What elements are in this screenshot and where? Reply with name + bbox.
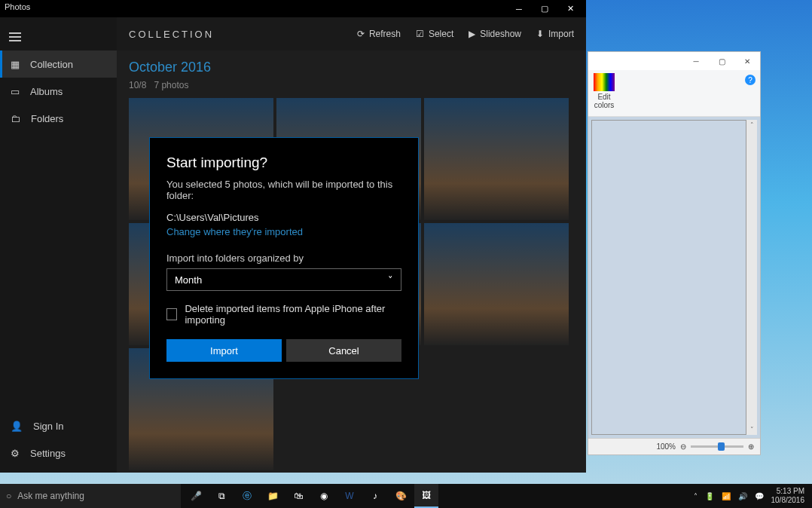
volume-icon[interactable]: 🔊 (738, 492, 747, 500)
delete-checkbox-row[interactable]: Delete imported items from Apple iPhone … (166, 303, 401, 326)
date-header[interactable]: October 2016 (129, 60, 574, 75)
clock-time: 5:13 PM (771, 487, 805, 496)
select-button[interactable]: ☑Select (416, 29, 453, 39)
refresh-label: Refresh (369, 29, 401, 39)
zoom-in-button[interactable]: ⊕ (748, 442, 754, 451)
paint-taskbar-icon[interactable]: 🎨 (389, 484, 413, 508)
import-confirm-button[interactable]: Import (166, 339, 282, 362)
close-button[interactable]: ✕ (557, 0, 583, 17)
paint-maximize-button[interactable]: ▢ (709, 52, 734, 70)
paint-canvas-area: ˄ ˅ (588, 117, 760, 438)
refresh-button[interactable]: ⟳Refresh (357, 29, 401, 39)
zoom-out-button[interactable]: ⊖ (680, 442, 686, 451)
toolbar: COLLECTION ⟳Refresh ☑Select ▶Slideshow ⬇… (117, 17, 586, 50)
scroll-up-icon[interactable]: ˄ (750, 121, 754, 129)
tray-up-icon[interactable]: ˄ (694, 492, 698, 500)
help-icon[interactable]: ? (745, 75, 756, 85)
photos-taskbar-icon[interactable]: 🖼 (414, 484, 438, 508)
paint-minimize-button[interactable]: ─ (683, 52, 709, 70)
select-label: Select (429, 29, 453, 39)
dialog-message: You selected 5 photos, which will be imp… (166, 179, 401, 201)
action-center-icon[interactable]: 💬 (755, 492, 764, 500)
paint-statusbar: 100% ⊖ ⊕ (588, 438, 760, 454)
word-icon[interactable]: W (337, 484, 362, 508)
delete-label: Delete imported items from Apple iPhone … (185, 303, 401, 326)
chrome-icon[interactable]: ◉ (312, 484, 336, 508)
search-placeholder: Ask me anything (17, 491, 84, 501)
paint-ribbon: Edit colors ? (588, 70, 760, 117)
zoom-slider[interactable] (691, 445, 743, 448)
sidebar-item-albums[interactable]: ▭ Albums (0, 78, 117, 105)
organize-select[interactable]: Month ˅ (166, 268, 401, 291)
sidebar-item-signin[interactable]: 👤 Sign In (0, 412, 117, 439)
date-count: 7 photos (154, 80, 188, 90)
albums-icon: ▭ (11, 86, 20, 97)
color-swatch-icon (594, 73, 615, 91)
paint-canvas[interactable] (591, 120, 746, 435)
dialog-title: Start importing? (166, 155, 401, 171)
taskbar-clock[interactable]: 5:13 PM 10/8/2016 (771, 487, 808, 505)
date-sub: 10/8 7 photos (129, 80, 574, 90)
wifi-icon[interactable]: 📶 (722, 492, 731, 500)
settings-icon: ⚙ (11, 448, 20, 459)
taskbar-search[interactable]: ○ Ask me anything (0, 484, 181, 508)
change-location-link[interactable]: Change where they're imported (166, 226, 401, 237)
sidebar: ▦ Collection ▭ Albums 🗀 Folders 👤 Sign I… (0, 17, 117, 473)
cancel-button[interactable]: Cancel (286, 339, 401, 362)
paint-close-button[interactable]: ✕ (734, 52, 760, 70)
import-dialog: Start importing? You selected 5 photos, … (149, 137, 419, 379)
signin-label: Sign In (33, 421, 63, 432)
photos-titlebar: Photos ─ ▢ ✕ (0, 0, 586, 17)
date-day: 10/8 (129, 80, 146, 90)
albums-label: Albums (30, 86, 63, 97)
slideshow-label: Slideshow (480, 29, 521, 39)
zoom-label: 100% (656, 442, 676, 451)
refresh-icon: ⟳ (357, 29, 365, 39)
scroll-down-icon[interactable]: ˅ (750, 426, 754, 433)
chevron-down-icon: ˅ (388, 274, 393, 286)
import-path: C:\Users\Val\Pictures (166, 212, 401, 223)
edit-colors-label: Edit colors (594, 93, 615, 109)
sidebar-item-settings[interactable]: ⚙ Settings (0, 439, 117, 467)
taskbar-icons: 🎤 ⧉ ⓔ 📁 🛍 ◉ W ♪ 🎨 🖼 (181, 484, 438, 508)
sidebar-item-folders[interactable]: 🗀 Folders (0, 105, 117, 132)
photo-thumbnail[interactable] (424, 98, 569, 220)
photos-window-title: Photos (5, 2, 30, 11)
store-icon[interactable]: 🛍 (286, 484, 310, 508)
delete-checkbox[interactable] (166, 308, 177, 320)
itunes-icon[interactable]: ♪ (363, 484, 387, 508)
paint-window: ─ ▢ ✕ Edit colors ? ˄ ˅ 100% ⊖ ⊕ (588, 51, 761, 455)
paint-titlebar: ─ ▢ ✕ (588, 52, 760, 70)
signin-icon: 👤 (11, 421, 23, 432)
folders-label: Folders (31, 113, 63, 124)
edge-icon[interactable]: ⓔ (235, 484, 259, 508)
photos-window: Photos ─ ▢ ✕ ▦ Collection ▭ Albums 🗀 (0, 0, 586, 473)
minimize-button[interactable]: ─ (506, 0, 532, 17)
file-explorer-icon[interactable]: 📁 (261, 484, 285, 508)
collection-label: Collection (30, 59, 73, 70)
zoom-slider-thumb[interactable] (718, 442, 725, 451)
cortana-icon: ○ (6, 491, 11, 501)
maximize-button[interactable]: ▢ (532, 0, 557, 17)
select-icon: ☑ (416, 29, 424, 39)
photo-thumbnail[interactable] (424, 223, 569, 345)
edit-colors-button[interactable]: Edit colors (591, 73, 617, 113)
folders-icon: 🗀 (11, 113, 20, 124)
taskbar: ○ Ask me anything 🎤 ⧉ ⓔ 📁 🛍 ◉ W ♪ 🎨 🖼 ˄ … (0, 484, 812, 508)
toolbar-title: COLLECTION (129, 29, 214, 40)
battery-icon[interactable]: 🔋 (705, 492, 714, 500)
system-tray: ˄ 🔋 📶 🔊 💬 5:13 PM 10/8/2016 (689, 487, 813, 505)
import-button[interactable]: ⬇Import (536, 29, 574, 39)
slideshow-button[interactable]: ▶Slideshow (469, 29, 521, 39)
organize-label: Import into folders organized by (166, 252, 401, 264)
slideshow-icon: ▶ (469, 29, 475, 39)
settings-label: Settings (30, 448, 66, 459)
task-view-icon[interactable]: ⧉ (209, 484, 234, 508)
import-label: Import (548, 29, 574, 39)
organize-value: Month (175, 274, 202, 286)
sidebar-item-collection[interactable]: ▦ Collection (0, 50, 117, 78)
paint-scrollbar[interactable]: ˄ ˅ (746, 120, 757, 435)
hamburger-icon (9, 32, 21, 41)
hamburger-button[interactable] (0, 23, 30, 50)
mic-icon[interactable]: 🎤 (184, 484, 208, 508)
